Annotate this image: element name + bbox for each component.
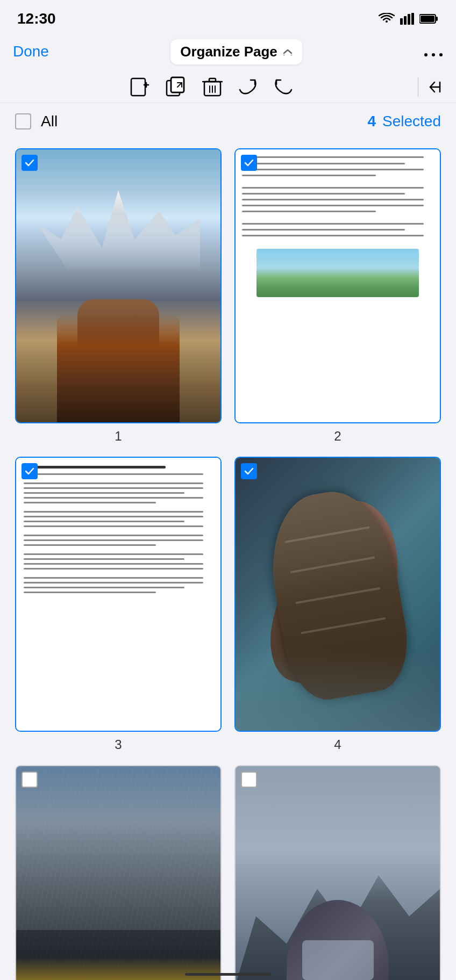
page-img-text-2 xyxy=(236,149,440,422)
page-checkbox-3[interactable] xyxy=(22,463,38,479)
copy-page-button[interactable] xyxy=(166,76,187,98)
svg-rect-6 xyxy=(421,16,434,22)
page-checkbox-5[interactable] xyxy=(22,772,38,788)
bottom-controls xyxy=(185,973,271,976)
page-item-5[interactable]: 5 xyxy=(15,765,222,980)
page-img-shoe xyxy=(236,458,440,731)
svg-point-9 xyxy=(439,53,443,56)
svg-rect-5 xyxy=(436,17,438,21)
page-img-mountain xyxy=(16,149,220,422)
toolbar-divider xyxy=(418,77,418,97)
wifi-icon xyxy=(379,13,395,25)
page-thumbnail-6[interactable] xyxy=(234,765,441,980)
svg-point-7 xyxy=(424,53,428,56)
page-thumbnail-1[interactable] xyxy=(15,148,222,423)
page-item-1[interactable]: 1 xyxy=(15,148,222,444)
svg-rect-0 xyxy=(400,18,403,25)
page-thumbnail-3[interactable] xyxy=(15,457,222,732)
home-indicator xyxy=(185,973,271,976)
more-icon xyxy=(424,52,443,57)
redo-button[interactable] xyxy=(238,77,258,97)
status-bar: 12:30 xyxy=(0,0,456,32)
svg-rect-2 xyxy=(408,14,410,25)
back-button[interactable] xyxy=(425,77,445,97)
page-number-1: 1 xyxy=(115,429,122,444)
page-checkbox-1[interactable] xyxy=(22,155,38,171)
svg-rect-19 xyxy=(209,78,216,82)
more-button[interactable] xyxy=(424,42,443,62)
battery-icon xyxy=(419,13,439,24)
nav-title: Organize Page xyxy=(180,44,277,60)
selected-label: Selected xyxy=(382,113,441,130)
done-button[interactable]: Done xyxy=(13,39,49,64)
select-all-bar: All 4 Selected xyxy=(0,103,456,140)
nav-bar: Done Organize Page xyxy=(0,32,456,71)
page-number-2: 2 xyxy=(334,429,341,444)
page-checkbox-4[interactable] xyxy=(241,463,257,479)
page-checkbox-2[interactable] xyxy=(241,155,257,171)
nav-title-container: Organize Page xyxy=(170,39,302,64)
svg-point-8 xyxy=(432,53,435,56)
select-all-checkbox[interactable] xyxy=(15,113,31,129)
add-page-button[interactable] xyxy=(129,76,151,98)
svg-rect-3 xyxy=(411,13,414,25)
page-item-2[interactable]: 2 xyxy=(234,148,441,444)
bottom-bar xyxy=(0,964,456,980)
undo-button[interactable] xyxy=(273,77,294,97)
delete-button[interactable] xyxy=(202,76,223,98)
toolbar-right xyxy=(425,77,445,97)
pages-grid: 1 xyxy=(0,140,456,980)
page-item-6[interactable]: 6 xyxy=(234,765,441,980)
page-number-4: 4 xyxy=(334,737,341,752)
svg-rect-10 xyxy=(131,78,145,96)
page-img-text-3 xyxy=(16,458,220,731)
page-number-3: 3 xyxy=(115,737,122,752)
signal-icon xyxy=(400,13,414,25)
page-img-car xyxy=(16,766,220,980)
status-time: 12:30 xyxy=(17,10,56,27)
page-checkbox-6[interactable] xyxy=(241,772,257,788)
nav-title-dropdown[interactable] xyxy=(283,48,293,55)
page-thumbnail-2[interactable] xyxy=(234,148,441,423)
page-item-4[interactable]: 4 xyxy=(234,457,441,752)
select-all-label: All xyxy=(41,113,58,130)
svg-rect-1 xyxy=(404,16,407,25)
selected-count: 4 xyxy=(367,113,376,130)
page-item-3[interactable]: 3 xyxy=(15,457,222,752)
toolbar xyxy=(0,71,456,103)
chevron-up-down-icon xyxy=(283,48,293,55)
toolbar-left xyxy=(11,76,411,98)
page-thumbnail-5[interactable] xyxy=(15,765,222,980)
page-thumbnail-4[interactable] xyxy=(234,457,441,732)
page-img-moto xyxy=(236,766,440,980)
status-icons xyxy=(379,13,439,25)
